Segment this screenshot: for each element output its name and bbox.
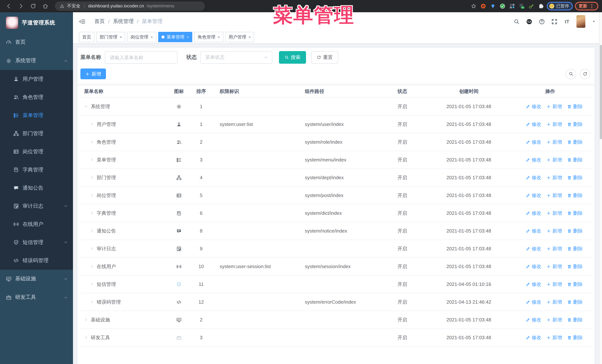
breadcrumb-system[interactable]: 系统管理 [113, 18, 134, 25]
app-logo[interactable]: 芋道管理系统 [0, 12, 73, 33]
add-link[interactable]: 新增 [547, 245, 562, 252]
delete-link[interactable]: 删除 [567, 121, 583, 128]
key-icon[interactable] [528, 3, 534, 9]
refresh-table-button[interactable] [580, 69, 590, 79]
sidebar-item-字典管理[interactable]: 字典管理 [0, 161, 73, 179]
expand-icon[interactable] [90, 193, 94, 197]
edit-link[interactable]: 修改 [526, 334, 541, 341]
add-link[interactable]: 新增 [547, 192, 562, 199]
edit-link[interactable]: 修改 [526, 121, 541, 128]
edit-link[interactable]: 修改 [526, 174, 541, 181]
toggle-search-button[interactable] [566, 69, 576, 79]
edit-link[interactable]: 修改 [526, 316, 541, 323]
expand-icon[interactable] [90, 140, 94, 144]
edit-link[interactable]: 修改 [526, 299, 541, 305]
edit-link[interactable]: 修改 [526, 139, 541, 145]
edit-link[interactable]: 修改 [526, 192, 541, 199]
delete-link[interactable]: 删除 [567, 281, 583, 288]
tab-角色管理[interactable]: 角色管理× [194, 32, 223, 42]
delete-link[interactable]: 删除 [567, 139, 583, 145]
back-icon[interactable] [6, 3, 12, 9]
menu-name-input[interactable] [105, 51, 177, 64]
delete-link[interactable]: 删除 [567, 299, 583, 305]
home-icon[interactable] [42, 3, 49, 9]
delete-link[interactable]: 删除 [567, 228, 583, 234]
sidebar-item-在线用户[interactable]: 在线用户 [0, 215, 73, 233]
sidebar-item-通知公告[interactable]: 通知公告 [0, 179, 73, 197]
edit-link[interactable]: 修改 [526, 156, 541, 163]
add-link[interactable]: 新增 [547, 228, 562, 234]
fontsize-icon[interactable]: tT [564, 18, 570, 25]
tab-close-icon[interactable]: × [150, 35, 153, 39]
add-link[interactable]: 新增 [547, 299, 562, 305]
edit-link[interactable]: 修改 [526, 210, 541, 217]
add-link[interactable]: 新增 [547, 174, 562, 181]
fullscreen-icon[interactable] [551, 18, 558, 25]
sidebar-item-短信管理[interactable]: 短信管理 [0, 233, 73, 251]
expand-icon[interactable] [90, 158, 94, 162]
sidebar-item-错误码管理[interactable]: 错误码管理 [0, 251, 73, 270]
sidebar-item-研发工具[interactable]: 研发工具 [0, 288, 73, 307]
tab-close-icon[interactable]: × [187, 35, 189, 39]
page-scrollbar[interactable] [599, 12, 602, 364]
update-button[interactable]: 更新 [575, 2, 598, 10]
help-icon[interactable] [539, 18, 545, 25]
add-link[interactable]: 新增 [547, 334, 562, 341]
github-icon[interactable] [526, 18, 532, 25]
reset-button[interactable]: 重置 [311, 51, 338, 64]
delete-link[interactable]: 删除 [567, 156, 583, 163]
hamburger-icon[interactable] [79, 18, 86, 25]
delete-link[interactable]: 删除 [567, 192, 583, 199]
delete-link[interactable]: 删除 [567, 263, 583, 270]
add-link[interactable]: 新增 [547, 316, 562, 323]
grid-diamond-icon[interactable] [509, 3, 515, 9]
delete-link[interactable]: 删除 [567, 210, 583, 217]
add-link[interactable]: 新增 [547, 210, 562, 217]
add-link[interactable]: 新增 [547, 139, 562, 145]
sidebar-item-角色管理[interactable]: 角色管理 [0, 88, 73, 106]
collapse-icon[interactable] [84, 104, 88, 108]
bookmark-star-icon[interactable] [471, 3, 476, 9]
expand-icon[interactable] [90, 229, 94, 233]
gem-icon[interactable] [490, 3, 495, 9]
tab-岗位管理[interactable]: 岗位管理× [127, 32, 156, 42]
tab-close-icon[interactable]: × [120, 35, 122, 39]
header-search-icon[interactable] [514, 18, 520, 25]
expand-icon[interactable] [90, 176, 94, 180]
sidebar-item-首页[interactable]: 首页 [0, 33, 73, 52]
delete-link[interactable]: 删除 [567, 334, 583, 341]
tab-首页[interactable]: 首页 [79, 32, 95, 42]
status-select[interactable]: 菜单状态 [200, 51, 272, 64]
sidebar-item-审计日志[interactable]: 审计日志 [0, 197, 73, 215]
expand-icon[interactable] [84, 318, 88, 322]
tab-菜单管理[interactable]: 菜单管理× [158, 32, 193, 42]
expand-icon[interactable] [90, 300, 94, 304]
expand-icon[interactable] [90, 282, 94, 286]
ubuntu-circle-icon[interactable] [480, 3, 486, 9]
delete-link[interactable]: 删除 [567, 316, 583, 323]
url-bar[interactable]: 不安全 dashboard.yudao.iocoder.cn/system/me… [55, 1, 205, 10]
edit-link[interactable]: 修改 [526, 263, 541, 270]
avatar[interactable] [576, 15, 585, 28]
add-link[interactable]: 新增 [547, 281, 562, 288]
edit-link[interactable]: 修改 [526, 228, 541, 234]
sidebar-item-用户管理[interactable]: 用户管理 [0, 70, 73, 88]
on-badge-icon[interactable]: on [519, 3, 524, 9]
paused-badge[interactable]: 已暂停 [547, 2, 573, 10]
add-link[interactable]: 新增 [547, 263, 562, 270]
add-link[interactable]: 新增 [547, 121, 562, 128]
delete-link[interactable]: 删除 [567, 103, 583, 110]
expand-icon[interactable] [90, 122, 94, 126]
sidebar-item-基础设施[interactable]: 基础设施 [0, 270, 73, 288]
expand-icon[interactable] [90, 247, 94, 251]
tab-用户管理[interactable]: 用户管理× [225, 32, 254, 42]
browser-menu-icon[interactable] [589, 3, 595, 9]
reload-icon[interactable] [30, 3, 36, 9]
expand-icon[interactable] [90, 211, 94, 215]
expand-icon[interactable] [84, 335, 88, 340]
check-shield-icon[interactable] [500, 3, 505, 9]
forward-icon[interactable] [18, 3, 24, 9]
tab-close-icon[interactable]: × [218, 35, 220, 39]
puzzle-icon[interactable] [538, 3, 544, 9]
breadcrumb-home[interactable]: 首页 [95, 18, 105, 25]
